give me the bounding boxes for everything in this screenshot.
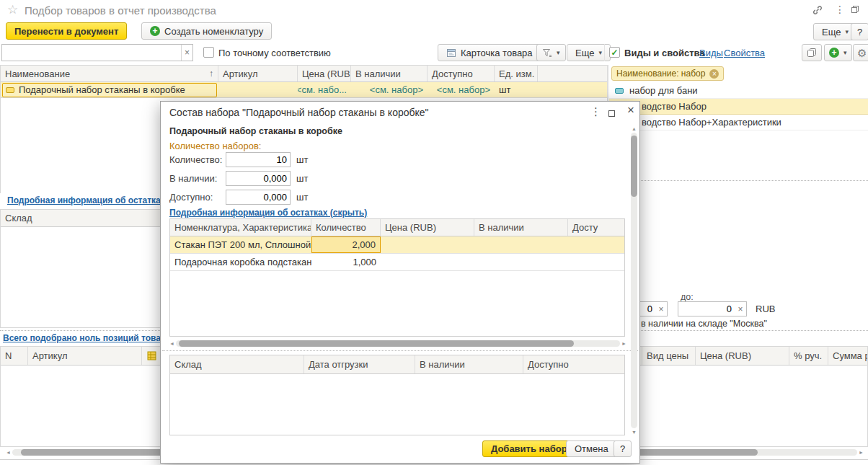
clear-search-icon[interactable]: × [181, 45, 192, 61]
table-row[interactable]: Подарочный набор стаканы в коробке <см. … [1, 82, 607, 98]
cell-stock[interactable] [474, 236, 568, 253]
column-header-manual-pct[interactable]: % руч. [789, 347, 828, 365]
props-link[interactable]: Свойства [724, 48, 765, 58]
dialog-maximize-icon[interactable] [608, 109, 615, 118]
column-header-nomenclature[interactable]: Номенклатура, Характеристика [170, 219, 311, 236]
clear-icon[interactable]: × [735, 302, 746, 316]
column-header-warehouse[interactable]: Склад [170, 355, 304, 373]
cell-price[interactable] [381, 254, 474, 270]
scroll-left-icon[interactable]: ◄ [6, 450, 11, 455]
cell-available[interactable]: <см. набор> [428, 82, 495, 97]
link-icon[interactable] [812, 4, 823, 18]
scroll-right-icon[interactable]: ► [859, 450, 864, 455]
cell-price[interactable]: <см. набо... [298, 82, 351, 97]
create-nomenclature-button[interactable]: + Создать номенклатуру [141, 22, 272, 40]
scrollbar-track[interactable] [631, 133, 637, 428]
cell-price[interactable] [381, 236, 474, 253]
kinds-props-checkbox[interactable]: ✓ [609, 47, 620, 58]
column-header-quantity[interactable]: Количество [311, 219, 381, 236]
splitter[interactable] [162, 350, 638, 351]
cell-stock[interactable]: <см. набор> [351, 82, 428, 97]
cell-quantity[interactable]: 1,000 [311, 254, 381, 270]
in-stock-input[interactable] [226, 172, 290, 185]
components-table: Номенклатура, Характеристика Количество … [169, 218, 625, 337]
copy-icon [807, 48, 817, 58]
column-label: % руч. [794, 350, 822, 361]
to-label: до: [681, 292, 694, 302]
list-item-label: водство Набор+Характеристики [642, 117, 781, 128]
scrollbar-track[interactable] [176, 340, 620, 347]
dialog-kebab-menu-icon[interactable]: ⋮ [590, 106, 601, 117]
column-header-articul[interactable]: Артикул [28, 347, 142, 365]
splitter[interactable] [609, 180, 868, 181]
add-set-label: Добавить набор [491, 443, 567, 454]
scrollbar-thumb[interactable] [179, 340, 574, 347]
column-header-articul[interactable]: Артикул [218, 66, 298, 81]
column-header-available[interactable]: Доступно [523, 355, 624, 373]
column-header-ship-date[interactable]: Дата отгрузки [304, 355, 415, 373]
list-item[interactable]: набор для бани [609, 83, 868, 99]
plus-icon: + [150, 26, 160, 36]
selected-cell[interactable]: Подарочный набор стаканы в коробке [2, 83, 217, 97]
quantity-input[interactable] [226, 153, 290, 167]
transfer-to-document-button[interactable]: Перенести в документ [6, 22, 127, 40]
in-stock-label: В наличии: [169, 173, 217, 184]
column-header-name[interactable]: Наименование ↑ [1, 66, 218, 81]
scroll-down-icon[interactable]: ▼ [632, 430, 637, 435]
scrollbar-thumb[interactable] [631, 136, 637, 197]
table-row[interactable]: Стакан ПЭТ 200 мл, Сплошной 2,000 [170, 236, 624, 254]
column-header-sum[interactable]: Сумма ру [828, 347, 867, 365]
column-header-available[interactable]: Досту [568, 219, 624, 236]
add-button-filter[interactable]: + ▾ [824, 44, 852, 61]
cancel-button[interactable]: Отмена [566, 440, 617, 457]
column-header-unit[interactable]: Ед. изм. [495, 66, 538, 81]
cell-stock[interactable] [474, 254, 568, 270]
window-restore-icon[interactable] [851, 5, 859, 16]
exact-match-checkbox[interactable] [203, 47, 214, 58]
table-row[interactable]: Подарочная коробка подстаканник 1,000 [170, 254, 624, 271]
list-item[interactable]: водство Набор [609, 99, 868, 115]
scroll-up-icon[interactable]: ▲ [632, 126, 637, 131]
kebab-menu-icon[interactable]: ⋮ [835, 4, 845, 15]
product-card-button[interactable]: Карточка товара [438, 44, 541, 61]
components-horizontal-scrollbar[interactable]: ◄ ► [169, 340, 626, 347]
cell-name[interactable]: Стакан ПЭТ 200 мл, Сплошной [170, 236, 311, 253]
favorite-star-icon[interactable]: ☆ [7, 2, 18, 17]
column-header-available[interactable]: Доступно [428, 66, 495, 81]
stock-details-link[interactable]: Подробная информация об остатках (скрыть… [169, 208, 367, 218]
column-header-sheet[interactable] [142, 347, 162, 365]
dialog-help-button[interactable]: ? [614, 440, 632, 457]
column-label: Доступно [528, 359, 569, 370]
price-to-input[interactable] [678, 302, 735, 316]
settings-button[interactable]: ⚙ [853, 44, 868, 61]
cell-available[interactable] [568, 236, 624, 253]
cell-quantity-selected[interactable]: 2,000 [311, 236, 381, 253]
cell-name[interactable]: Подарочная коробка подстаканник [170, 254, 311, 270]
column-header-price[interactable]: Цена (RUB) [381, 219, 474, 236]
available-input[interactable] [226, 190, 290, 204]
kinds-link[interactable]: Виды [699, 48, 723, 58]
dialog-close-icon[interactable]: × [627, 104, 634, 116]
cell-available[interactable] [568, 254, 624, 270]
scroll-left-icon[interactable]: ◄ [169, 341, 174, 346]
column-header-price[interactable]: Цена (RUB) [696, 347, 789, 365]
column-header-stock[interactable]: В наличии [415, 355, 523, 373]
column-header-stock[interactable]: В наличии [474, 219, 568, 236]
column-header-price-kind[interactable]: Вид цены [642, 347, 696, 365]
column-header-stock[interactable]: В наличии [351, 66, 428, 81]
filter-tag-label: Наименование: набор [616, 68, 705, 79]
dialog-vertical-scrollbar[interactable]: ▲ ▼ [630, 126, 638, 435]
filter-menu-button[interactable]: ▾ [536, 44, 566, 61]
clear-icon[interactable]: × [655, 302, 667, 316]
cell-articul[interactable] [218, 82, 298, 97]
remove-filter-icon[interactable]: × [709, 69, 719, 79]
help-button-top[interactable]: ? [851, 23, 868, 40]
copy-button[interactable] [802, 44, 822, 61]
cell-unit[interactable]: шт [495, 82, 538, 97]
add-set-button[interactable]: Добавить набор [482, 440, 576, 457]
column-header-price[interactable]: Цена (RUB) [298, 66, 351, 81]
scroll-right-icon[interactable]: ► [621, 341, 626, 346]
search-input[interactable] [2, 45, 181, 61]
list-item[interactable]: водство Набор+Характеристики [609, 115, 868, 130]
column-header-n[interactable]: N [1, 347, 28, 365]
